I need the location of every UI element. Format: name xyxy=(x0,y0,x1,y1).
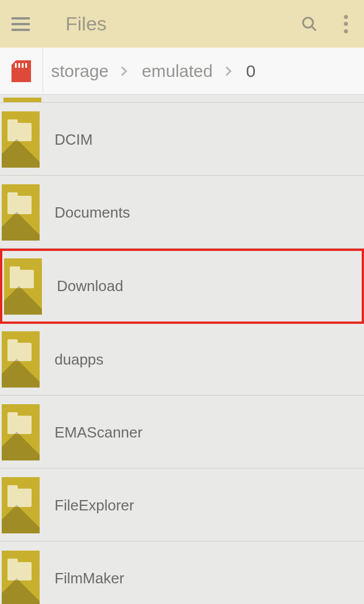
folder-icon xyxy=(2,111,40,168)
svg-point-0 xyxy=(303,17,313,28)
breadcrumb-label: storage xyxy=(51,61,109,81)
more-options-icon[interactable] xyxy=(343,15,348,33)
folder-name: Documents xyxy=(55,204,130,222)
folder-row[interactable]: FileExplorer xyxy=(0,470,364,541)
sdcard-icon[interactable] xyxy=(0,48,43,95)
folder-icon xyxy=(2,184,40,241)
app-title: Files xyxy=(65,13,301,35)
folder-icon xyxy=(2,404,40,460)
folder-row[interactable]: DCIM xyxy=(0,104,364,176)
breadcrumb-bar: storage emulated 0 xyxy=(0,48,364,95)
breadcrumb-item[interactable]: storage xyxy=(43,61,134,81)
folder-name: DCIM xyxy=(55,131,92,149)
hamburger-menu-icon[interactable] xyxy=(11,17,30,31)
search-icon[interactable] xyxy=(301,16,318,33)
folder-row[interactable]: FilmMaker xyxy=(0,543,364,604)
folder-row-highlighted[interactable]: Download xyxy=(0,249,364,324)
breadcrumb-item[interactable]: emulated xyxy=(134,61,238,81)
folder-row[interactable]: EMAScanner xyxy=(0,397,364,469)
folder-name: Download xyxy=(57,277,123,295)
folder-icon xyxy=(2,331,40,388)
breadcrumb-label: 0 xyxy=(246,61,256,81)
folder-icon xyxy=(4,258,42,315)
breadcrumb-label: emulated xyxy=(142,61,212,81)
chevron-right-icon xyxy=(118,66,127,76)
folder-row[interactable]: Documents xyxy=(0,177,364,249)
folder-name: FileExplorer xyxy=(55,497,134,514)
folder-icon xyxy=(2,551,40,605)
app-header: Files xyxy=(0,0,364,48)
folder-name: FilmMaker xyxy=(55,570,124,587)
chevron-right-icon xyxy=(222,66,231,76)
folder-icon xyxy=(2,477,40,533)
folder-row[interactable]: duapps xyxy=(0,324,364,396)
svg-line-1 xyxy=(312,26,316,30)
folder-name: EMAScanner xyxy=(55,424,142,442)
file-list: DCIM Documents Download duapps EMAScanne… xyxy=(0,95,364,604)
breadcrumb-item[interactable]: 0 xyxy=(238,61,256,81)
folder-name: duapps xyxy=(55,351,103,369)
